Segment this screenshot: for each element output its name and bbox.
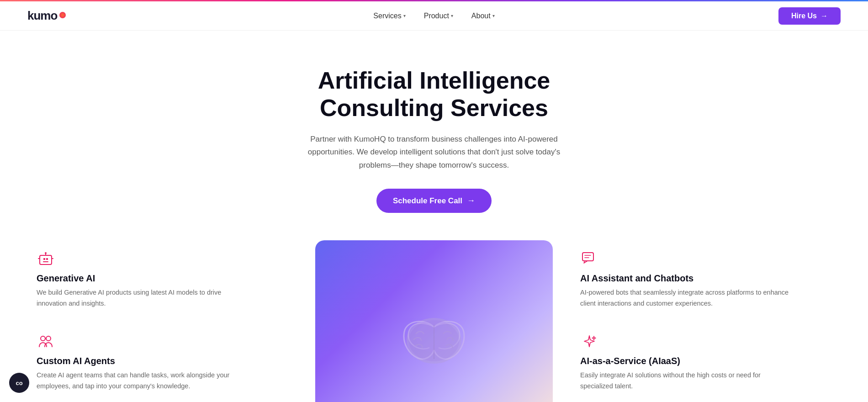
hero-subtitle: Partner with KumoHQ to transform busines… — [306, 133, 562, 173]
nav-services[interactable]: Services ▾ — [366, 8, 413, 24]
services-right-column: AI Assistant and Chatbots AI-powered bot… — [553, 240, 831, 402]
generative-ai-title: Generative AI — [37, 273, 288, 284]
schedule-call-button[interactable]: Schedule Free Call → — [376, 189, 492, 213]
custom-ai-agents-desc: Create AI agent teams that can handle ta… — [37, 370, 247, 392]
robot-icon — [37, 249, 55, 268]
hero-section: Artificial Intelligence Consulting Servi… — [0, 31, 868, 240]
logo-text: kumo — [27, 9, 57, 23]
aiaas-desc: Easily integrate AI solutions without th… — [580, 370, 790, 392]
chat-widget[interactable]: co — [9, 373, 29, 393]
svg-point-16 — [416, 320, 452, 352]
service-custom-ai-agents: Custom AI Agents Create AI agent teams t… — [37, 332, 288, 392]
service-generative-ai: Generative AI We build Generative AI pro… — [37, 249, 288, 309]
services-section: Generative AI We build Generative AI pro… — [0, 240, 868, 402]
hire-us-button[interactable]: Hire Us → — [778, 7, 841, 25]
svg-point-5 — [45, 252, 47, 254]
nav-about[interactable]: About ▾ — [464, 8, 502, 24]
custom-ai-agents-title: Custom AI Agents — [37, 356, 288, 366]
ai-assistant-title: AI Assistant and Chatbots — [580, 273, 831, 284]
logo-dot — [59, 12, 66, 18]
services-left-column: Generative AI We build Generative AI pro… — [37, 240, 315, 402]
navbar: kumo Services ▾ Product ▾ About ▾ Hire U… — [0, 1, 868, 31]
svg-point-9 — [46, 336, 51, 341]
chat-icon — [580, 249, 598, 268]
service-aiaas: AI-as-a-Service (AIaaS) Easily integrate… — [580, 332, 831, 392]
brain-visual — [315, 240, 553, 402]
hero-title: Artificial Intelligence Consulting Servi… — [274, 67, 594, 122]
chevron-down-icon: ▾ — [403, 13, 406, 18]
chevron-down-icon: ▾ — [492, 13, 495, 18]
svg-rect-2 — [46, 258, 48, 260]
svg-rect-17 — [582, 253, 593, 261]
svg-point-8 — [41, 336, 45, 341]
nav-product[interactable]: Product ▾ — [417, 8, 460, 24]
svg-rect-1 — [43, 258, 45, 260]
ai-assistant-desc: AI-powered bots that seamlessly integrat… — [580, 287, 790, 309]
svg-rect-0 — [40, 255, 52, 264]
center-image — [315, 240, 553, 402]
agents-icon — [37, 332, 55, 350]
service-ai-assistant: AI Assistant and Chatbots AI-powered bot… — [580, 249, 831, 309]
logo[interactable]: kumo — [27, 9, 66, 23]
generative-ai-desc: We build Generative AI products using la… — [37, 287, 247, 309]
aiaas-title: AI-as-a-Service (AIaaS) — [580, 356, 831, 366]
sparkle-icon — [580, 332, 598, 350]
nav-links: Services ▾ Product ▾ About ▾ — [366, 8, 502, 24]
chevron-down-icon: ▾ — [451, 13, 453, 18]
